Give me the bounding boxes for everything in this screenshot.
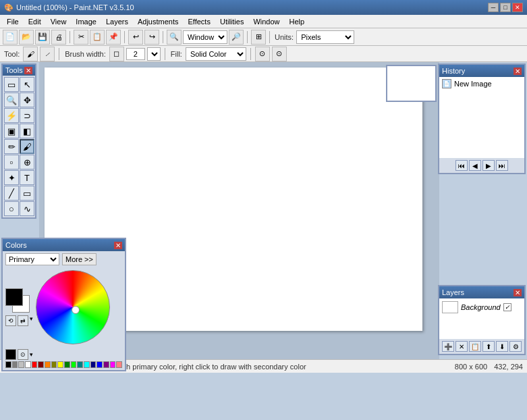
- palette-color-swatch[interactable]: [57, 361, 63, 368]
- color-mode-dropdown[interactable]: PrimarySecondary: [5, 253, 59, 265]
- redo-button[interactable]: ↪: [144, 30, 159, 45]
- palette-color-swatch[interactable]: [51, 361, 57, 368]
- tool-pencil[interactable]: ✏: [4, 139, 19, 154]
- palette-color-swatch[interactable]: [18, 361, 24, 368]
- swatch-swap[interactable]: ⇄: [18, 315, 28, 326]
- layer-visibility[interactable]: ✓: [503, 303, 511, 311]
- layer-down[interactable]: ⬇: [496, 341, 508, 352]
- paintbrush-tool-btn[interactable]: 🖌: [23, 47, 38, 61]
- blend-option[interactable]: ⊙: [255, 47, 270, 61]
- colors-title: Colors: [5, 241, 27, 249]
- layer-add[interactable]: ➕: [442, 341, 454, 352]
- tool-freeform[interactable]: ∿: [20, 201, 34, 216]
- palette-color-swatch[interactable]: [45, 361, 51, 368]
- layer-duplicate[interactable]: 📋: [469, 341, 481, 352]
- maximize-button[interactable]: □: [500, 3, 511, 12]
- zoom-in-button[interactable]: 🔍: [167, 30, 182, 45]
- history-last[interactable]: ⏭: [496, 160, 508, 171]
- tool-selection-rectangle[interactable]: ▭: [4, 77, 19, 92]
- history-item[interactable]: 📄 New Image: [441, 78, 523, 89]
- new-button[interactable]: 📄: [3, 30, 18, 45]
- color-swatches: ⟲ ⇄ ▾: [5, 288, 33, 326]
- tool-shapes[interactable]: ▭: [20, 186, 34, 201]
- toolbar2: Tool: 🖌 ⟋ Brush width: ◻ ▾ Fill: Solid C…: [0, 46, 527, 62]
- history-close[interactable]: ✕: [514, 68, 522, 75]
- menu-item-file[interactable]: File: [3, 16, 23, 27]
- palette-color-swatch[interactable]: [77, 361, 83, 368]
- zoom-out-button[interactable]: 🔎: [229, 30, 244, 45]
- tool-option1[interactable]: ⟋: [40, 47, 55, 61]
- menu-item-layers[interactable]: Layers: [102, 16, 132, 27]
- undo-button[interactable]: ↩: [128, 30, 143, 45]
- palette-color-swatch[interactable]: [5, 361, 11, 368]
- minimize-button[interactable]: ─: [488, 3, 499, 12]
- color-wheel[interactable]: [36, 270, 110, 344]
- layer-up[interactable]: ⬆: [482, 341, 495, 352]
- brush-width-down[interactable]: ◻: [109, 47, 124, 61]
- tool-recolor[interactable]: ✦: [4, 170, 19, 185]
- tool-selection-lasso[interactable]: ⊃: [20, 108, 34, 123]
- menu-item-edit[interactable]: Edit: [24, 16, 45, 27]
- copy-button[interactable]: 📋: [90, 30, 105, 45]
- palette-color-swatch[interactable]: [90, 361, 96, 368]
- tool-eraser[interactable]: ▫: [4, 155, 19, 169]
- palette-color-swatch[interactable]: [32, 361, 38, 368]
- palette-color-swatch[interactable]: [71, 361, 77, 368]
- history-list: 📄 New Image: [439, 77, 524, 158]
- brush-width-dropdown[interactable]: ▾: [147, 47, 161, 61]
- tool-paintbrush[interactable]: 🖌: [20, 139, 34, 154]
- brush-width-input[interactable]: [126, 48, 145, 60]
- layer-delete[interactable]: ✕: [455, 341, 468, 352]
- menu-item-help[interactable]: Help: [285, 16, 309, 27]
- tool-gradient[interactable]: ◧: [20, 124, 34, 138]
- palette-color-swatch[interactable]: [64, 361, 70, 368]
- tool-move[interactable]: ✥: [20, 93, 34, 107]
- fill-dropdown[interactable]: Solid ColorNone: [186, 47, 246, 61]
- tool-text[interactable]: T: [20, 170, 34, 185]
- grid-button[interactable]: ⊞: [251, 30, 266, 45]
- colors-close[interactable]: ✕: [114, 242, 122, 249]
- open-button[interactable]: 📂: [19, 30, 34, 45]
- save-button[interactable]: 💾: [35, 30, 50, 45]
- tool-clone-stamp[interactable]: ⊕: [20, 155, 34, 169]
- transparency-btn[interactable]: ⊙: [18, 349, 28, 360]
- palette-color-swatch[interactable]: [110, 361, 116, 368]
- layers-close[interactable]: ✕: [514, 289, 522, 296]
- menu-item-view[interactable]: View: [47, 16, 71, 27]
- cut-button[interactable]: ✂: [74, 30, 88, 45]
- print-button[interactable]: 🖨: [51, 30, 66, 45]
- palette-color-swatch[interactable]: [96, 361, 103, 368]
- palette-color-swatch[interactable]: [116, 361, 122, 368]
- tools-close[interactable]: ✕: [24, 67, 32, 74]
- palette-color-swatch[interactable]: [12, 361, 18, 368]
- history-prev[interactable]: ◀: [469, 160, 481, 171]
- tool-magic-wand[interactable]: ⚡: [4, 108, 19, 123]
- tool-paint-bucket[interactable]: ▣: [4, 124, 19, 138]
- palette-color-swatch[interactable]: [84, 361, 90, 368]
- swatch-reset[interactable]: ⟲: [5, 315, 16, 326]
- paste-button[interactable]: 📌: [106, 30, 121, 45]
- zoom-dropdown[interactable]: Window100%50%: [183, 30, 227, 44]
- tool-line[interactable]: ╱: [4, 186, 19, 201]
- more-button[interactable]: More >>: [62, 253, 96, 265]
- history-first[interactable]: ⏮: [455, 160, 468, 171]
- blend-option2[interactable]: ⊙: [272, 47, 287, 61]
- history-next[interactable]: ▶: [482, 160, 495, 171]
- units-dropdown[interactable]: PixelsInchesCentimeters: [296, 30, 354, 44]
- close-button[interactable]: ✕: [512, 3, 523, 12]
- layer-properties[interactable]: ⚙: [509, 341, 522, 352]
- menu-item-image[interactable]: Image: [72, 16, 101, 27]
- black-swatch[interactable]: [5, 349, 16, 360]
- tool-zoom[interactable]: 🔍: [4, 93, 19, 107]
- menu-item-window[interactable]: Window: [249, 16, 283, 27]
- menu-item-utilities[interactable]: Utilities: [216, 16, 248, 27]
- tool-selection-move[interactable]: ↖: [20, 77, 34, 92]
- primary-color-swatch[interactable]: [5, 288, 23, 306]
- palette-color-swatch[interactable]: [38, 361, 44, 368]
- palette-color-swatch[interactable]: [103, 361, 109, 368]
- palette-color-swatch[interactable]: [25, 361, 31, 368]
- layer-item[interactable]: Background ✓: [441, 300, 523, 315]
- menu-item-adjustments[interactable]: Adjustments: [134, 16, 183, 27]
- tool-ellipse[interactable]: ○: [4, 201, 19, 216]
- menu-item-effects[interactable]: Effects: [184, 16, 215, 27]
